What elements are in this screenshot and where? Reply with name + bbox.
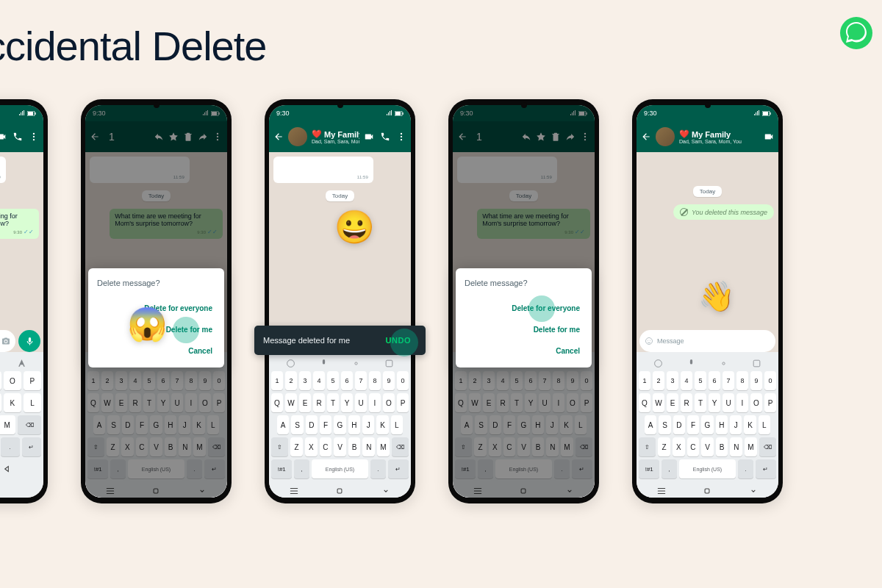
- key-x[interactable]: X: [305, 437, 318, 456]
- key-n[interactable]: N: [730, 437, 742, 456]
- key-7[interactable]: 7: [539, 371, 551, 390]
- key-q[interactable]: Q: [271, 393, 283, 412]
- backspace-key[interactable]: ⌫: [208, 437, 225, 456]
- key-d[interactable]: D: [490, 415, 501, 434]
- key-u[interactable]: U: [171, 393, 183, 412]
- cancel-button[interactable]: Cancel: [465, 340, 583, 362]
- key-p[interactable]: P: [581, 393, 592, 412]
- key-g[interactable]: G: [150, 415, 162, 434]
- key-f[interactable]: F: [503, 415, 515, 434]
- key-p[interactable]: P: [764, 393, 776, 412]
- reply-icon[interactable]: [154, 132, 164, 142]
- symbols-key[interactable]: !#1: [87, 459, 108, 478]
- forward-icon[interactable]: [198, 132, 208, 142]
- star-icon[interactable]: [168, 132, 179, 142]
- message-input[interactable]: age: [0, 330, 15, 352]
- key-o[interactable]: O: [383, 393, 395, 412]
- key-5[interactable]: 5: [327, 371, 339, 390]
- key-o[interactable]: O: [199, 393, 211, 412]
- key-8[interactable]: 8: [736, 371, 748, 390]
- kb-emoji-icon[interactable]: [286, 359, 295, 368]
- more-icon[interactable]: [29, 132, 39, 142]
- key-r[interactable]: R: [313, 393, 325, 412]
- key-2[interactable]: 2: [285, 371, 297, 390]
- key-j[interactable]: J: [179, 415, 190, 434]
- key-p[interactable]: P: [397, 393, 409, 412]
- key-s[interactable]: S: [475, 415, 487, 434]
- key-0[interactable]: 0: [581, 371, 592, 390]
- key-e[interactable]: E: [667, 393, 678, 412]
- key-c[interactable]: C: [503, 437, 516, 456]
- period-key[interactable]: .: [1, 437, 20, 456]
- phone-call-icon[interactable]: [12, 132, 23, 142]
- key-1[interactable]: 1: [271, 371, 283, 390]
- kb-settings-icon[interactable]: [351, 359, 361, 368]
- key-h[interactable]: H: [532, 415, 544, 434]
- key-i[interactable]: I: [736, 393, 748, 412]
- key-n[interactable]: N: [362, 437, 375, 456]
- key-c[interactable]: C: [136, 437, 148, 456]
- phone-call-icon[interactable]: [380, 132, 390, 142]
- key-o[interactable]: O: [4, 371, 21, 390]
- nav-back-icon[interactable]: [197, 486, 207, 496]
- key-t[interactable]: T: [511, 393, 523, 412]
- key-8[interactable]: 8: [185, 371, 197, 390]
- key-l[interactable]: L: [24, 393, 41, 412]
- key-z[interactable]: Z: [290, 437, 303, 456]
- mic-button[interactable]: [18, 330, 40, 352]
- deleted-message[interactable]: You deleted this message: [673, 204, 774, 220]
- key-9[interactable]: 9: [567, 371, 578, 390]
- key-0[interactable]: 0: [764, 371, 776, 390]
- key-2[interactable]: 2: [469, 371, 481, 390]
- key-l[interactable]: L: [575, 415, 587, 434]
- key-f[interactable]: F: [136, 415, 148, 434]
- delete-everyone-button[interactable]: Delete for everyone: [465, 298, 583, 319]
- backspace-key[interactable]: ⌫: [18, 415, 41, 434]
- key-t[interactable]: T: [143, 393, 155, 412]
- more-icon[interactable]: [212, 132, 223, 142]
- key-m[interactable]: M: [0, 415, 15, 434]
- key-a[interactable]: A: [93, 415, 105, 434]
- key-l[interactable]: L: [391, 415, 403, 434]
- key-m[interactable]: M: [745, 437, 757, 456]
- key-k[interactable]: K: [560, 415, 572, 434]
- key-z[interactable]: Z: [107, 437, 119, 456]
- key-6[interactable]: 6: [341, 371, 353, 390]
- key-1[interactable]: 1: [639, 371, 650, 390]
- key-8[interactable]: 8: [369, 371, 381, 390]
- key-v[interactable]: V: [150, 437, 162, 456]
- cancel-button[interactable]: Cancel: [97, 340, 215, 362]
- incoming-message[interactable]: 11:59: [0, 157, 6, 183]
- key-w[interactable]: W: [285, 393, 297, 412]
- key-b[interactable]: B: [165, 437, 177, 456]
- key-y[interactable]: Y: [157, 393, 169, 412]
- key-x[interactable]: X: [489, 437, 501, 456]
- key-n[interactable]: N: [546, 437, 559, 456]
- key-s[interactable]: S: [291, 415, 303, 434]
- key-f[interactable]: F: [320, 415, 331, 434]
- video-call-icon[interactable]: [0, 132, 7, 142]
- key-d[interactable]: D: [673, 415, 685, 434]
- key-4[interactable]: 4: [313, 371, 325, 390]
- camera-icon[interactable]: [1, 337, 10, 345]
- key-q[interactable]: Q: [639, 393, 650, 412]
- key-u[interactable]: U: [539, 393, 551, 412]
- key-2[interactable]: 2: [101, 371, 113, 390]
- key-k[interactable]: K: [4, 393, 21, 412]
- key-w[interactable]: W: [469, 393, 481, 412]
- key-b[interactable]: B: [532, 437, 545, 456]
- key-i[interactable]: I: [185, 393, 197, 412]
- key-6[interactable]: 6: [525, 371, 537, 390]
- star-icon[interactable]: [536, 132, 546, 142]
- key-z[interactable]: Z: [658, 437, 670, 456]
- key-7[interactable]: 7: [723, 371, 734, 390]
- key-m[interactable]: M: [561, 437, 573, 456]
- key-0[interactable]: 0: [397, 371, 409, 390]
- kb-mic-icon[interactable]: [319, 359, 329, 368]
- key-3[interactable]: 3: [483, 371, 495, 390]
- key-7[interactable]: 7: [171, 371, 183, 390]
- key-3[interactable]: 3: [667, 371, 678, 390]
- key-i[interactable]: I: [369, 393, 381, 412]
- key-o[interactable]: O: [567, 393, 578, 412]
- forward-icon[interactable]: [565, 132, 576, 142]
